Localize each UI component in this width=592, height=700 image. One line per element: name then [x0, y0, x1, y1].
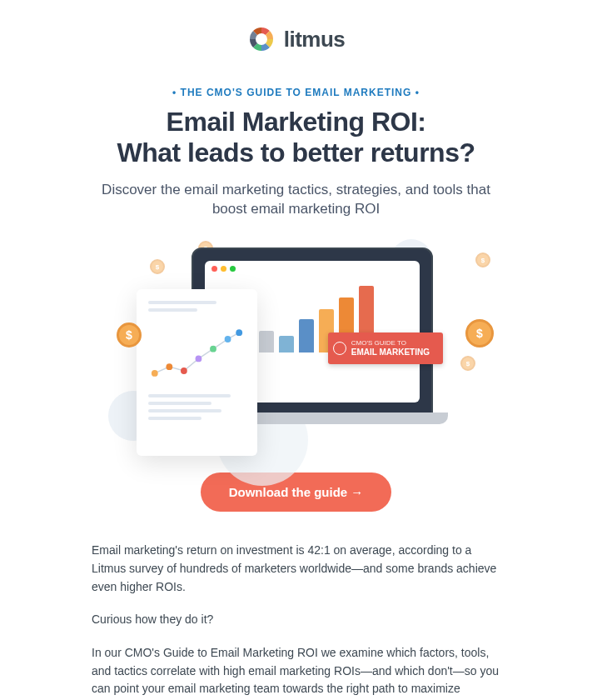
text-placeholder-lines: [148, 301, 246, 312]
download-guide-button[interactable]: Download the guide →: [201, 472, 392, 512]
body-paragraph: In our CMO's Guide to Email Marketing RO…: [92, 644, 500, 700]
expand-dot-icon: [230, 266, 236, 272]
minimize-dot-icon: [221, 266, 226, 272]
banner-line-1: CMO'S GUIDE TO: [351, 339, 430, 348]
guide-banner: CMO'S GUIDE TO EMAIL MARKETING: [328, 332, 443, 364]
hero-illustration: $ $ $ $ CMO'S GUIDE TO: [92, 239, 500, 456]
svg-point-4: [210, 346, 216, 352]
headline-line-1: Email Marketing ROI:: [167, 107, 426, 137]
close-dot-icon: [211, 266, 217, 272]
svg-point-1: [166, 363, 172, 370]
svg-point-0: [152, 370, 158, 377]
window-controls: [211, 266, 236, 272]
dollar-coin-icon: $: [465, 319, 494, 348]
litmus-icon: [247, 25, 276, 53]
cta-wrap: Download the guide →: [92, 472, 500, 512]
svg-point-2: [181, 368, 187, 374]
email-page: litmus • THE CMO'S GUIDE TO EMAIL MARKET…: [0, 0, 592, 700]
dollar-coin-icon: $: [150, 259, 165, 274]
body-paragraph: Email marketing's return on investment i…: [92, 542, 500, 596]
headline-line-2: What leads to better returns?: [117, 138, 475, 168]
document-card: [137, 289, 257, 456]
brand-name: litmus: [284, 27, 346, 52]
svg-point-3: [196, 356, 202, 362]
page-headline: Email Marketing ROI: What leads to bette…: [92, 107, 500, 168]
line-chart-graphic: [148, 323, 246, 386]
svg-point-6: [236, 329, 242, 336]
text-placeholder-lines: [148, 394, 246, 420]
brand-logo[interactable]: litmus: [92, 25, 500, 53]
dollar-coin-icon: $: [475, 252, 490, 268]
body-paragraph: Curious how they do it?: [92, 611, 500, 629]
svg-point-5: [225, 336, 231, 342]
banner-line-2: EMAIL MARKETING: [351, 348, 430, 358]
eyebrow-text: • THE CMO'S GUIDE TO EMAIL MARKETING •: [92, 87, 500, 98]
subheadline: Discover the email marketing tactics, st…: [92, 180, 500, 220]
dollar-coin-icon: $: [460, 356, 475, 371]
dollar-coin-icon: $: [117, 322, 142, 348]
